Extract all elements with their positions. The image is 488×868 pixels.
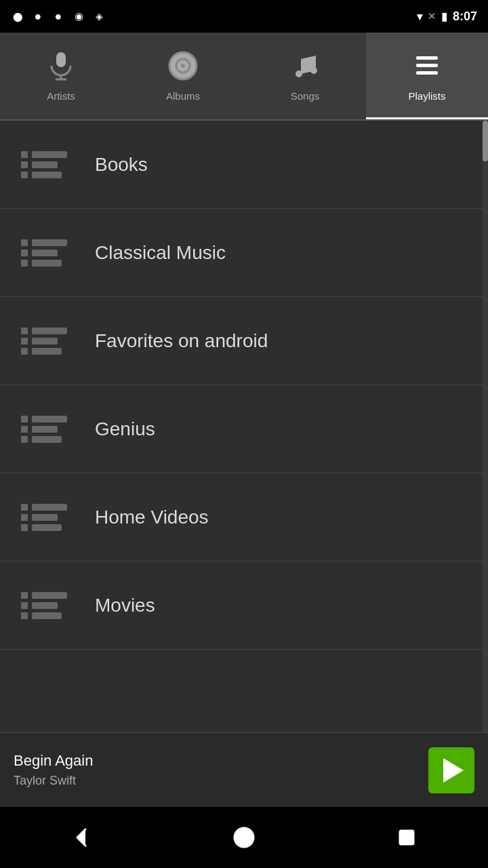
tab-albums[interactable]: Albums [122, 33, 244, 119]
list-item[interactable]: Classical Music [0, 209, 488, 297]
content-area: Books Classical Music Favo [0, 121, 488, 732]
playlist-icon-books [0, 151, 88, 178]
play-button[interactable] [428, 747, 474, 793]
scrollbar-thumb[interactable] [483, 121, 488, 161]
svg-rect-10 [416, 71, 438, 75]
whatsapp2-icon: ● [52, 9, 65, 23]
tab-artists[interactable]: Artists [0, 33, 122, 119]
tab-albums-label: Albums [166, 90, 200, 102]
playlist-name-books: Books [88, 154, 148, 176]
battery-icon: ▮ [441, 10, 447, 23]
now-playing-title: Begin Again [14, 752, 428, 770]
playlist-icon-movies [0, 592, 88, 619]
status-bar-right: ▾ ✕ ▮ 8:07 [417, 9, 477, 24]
tab-playlists-label: Playlists [408, 90, 445, 102]
svg-rect-9 [416, 64, 438, 67]
svg-point-6 [296, 71, 302, 77]
now-playing-bar[interactable]: Begin Again Taylor Swift [0, 732, 488, 807]
tab-songs[interactable]: Songs [244, 33, 366, 119]
list-item[interactable]: Books [0, 121, 488, 209]
list-icon [409, 48, 445, 83]
android-icon: ◈ [92, 9, 106, 23]
playlist-list: Books Classical Music Favo [0, 121, 488, 732]
svg-point-7 [310, 67, 317, 74]
wifi-icon: ▾ [417, 10, 422, 23]
nav-bar [0, 807, 488, 868]
playlist-name-homevideos: Home Videos [88, 507, 209, 528]
camera-icon: ◉ [72, 9, 85, 23]
clock: 8:07 [453, 9, 477, 24]
svg-rect-8 [416, 56, 438, 60]
tab-songs-label: Songs [291, 90, 320, 102]
scrollbar-track[interactable] [483, 121, 488, 732]
playlist-name-favorites: Favorites on android [88, 330, 268, 352]
list-item[interactable]: Genius [0, 385, 488, 473]
playlist-name-movies: Movies [88, 595, 155, 616]
back-button[interactable] [61, 817, 102, 858]
playlist-icon-classical [0, 239, 88, 267]
playlist-name-classical: Classical Music [88, 242, 226, 264]
record-icon: ⬤ [11, 9, 24, 23]
playlist-name-genius: Genius [88, 418, 155, 440]
svg-point-11 [235, 828, 253, 847]
status-bar: ⬤ ● ● ◉ ◈ ▾ ✕ ▮ 8:07 [0, 0, 488, 33]
now-playing-artist: Taylor Swift [14, 774, 428, 788]
mic-icon [43, 48, 79, 83]
now-playing-text: Begin Again Taylor Swift [14, 752, 428, 788]
signal-icon: ✕ [428, 11, 436, 22]
list-item[interactable]: Home Videos [0, 473, 488, 561]
recents-button[interactable] [386, 817, 427, 858]
playlist-icon-favorites [0, 328, 88, 355]
disc-icon [165, 48, 201, 83]
play-triangle-icon [443, 758, 464, 783]
whatsapp-icon: ● [31, 9, 45, 23]
svg-rect-12 [400, 831, 413, 844]
list-item[interactable]: Favorites on android [0, 297, 488, 385]
tab-artists-label: Artists [47, 90, 75, 102]
playlist-icon-homevideos [0, 504, 88, 531]
svg-point-5 [181, 64, 185, 68]
home-button[interactable] [224, 817, 264, 858]
svg-rect-0 [56, 52, 66, 67]
playlist-icon-genius [0, 416, 88, 443]
tab-bar: Artists Albums Songs [0, 33, 488, 121]
list-item[interactable]: Movies [0, 561, 488, 650]
tab-playlists[interactable]: Playlists [366, 33, 488, 119]
music-note-icon [287, 48, 323, 83]
status-bar-left: ⬤ ● ● ◉ ◈ [11, 9, 106, 23]
